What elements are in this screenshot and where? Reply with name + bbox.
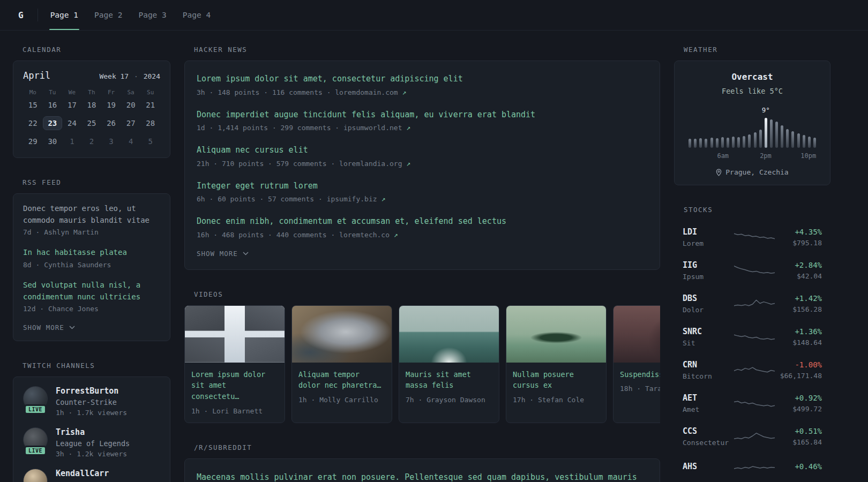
rss-show-more-button[interactable]: SHOW MORE (23, 323, 75, 332)
video-card[interactable]: Mauris sit amet massa felis 7h · Grayson… (399, 305, 499, 424)
stock-row[interactable]: AET Amet +0.92% $499.72 (683, 387, 822, 420)
weather-bar (694, 139, 697, 148)
external-link-icon[interactable]: ↗ (406, 160, 410, 168)
separator-dot: · (133, 72, 139, 80)
external-link-icon[interactable]: ↗ (402, 88, 407, 96)
stock-symbol: CRN (683, 360, 734, 370)
video-card[interactable]: Aliquam tempor dolor nec pharetra… 1h · … (291, 305, 392, 424)
hn-item-meta: 3h · 148 points · 116 comments · loremdo… (197, 88, 648, 96)
video-title[interactable]: Lorem ipsum dolor sit amet consectetu… (191, 369, 278, 403)
show-more-label: SHOW MORE (197, 250, 238, 258)
page-tab[interactable]: Page 3 (130, 0, 174, 30)
page-tab[interactable]: Page 1 (42, 0, 86, 30)
hn-item-title[interactable]: Integer eget rutrum lorem (197, 181, 318, 191)
external-link-icon[interactable]: ↗ (381, 195, 385, 203)
page-tab[interactable]: Page 2 (86, 0, 130, 30)
stock-sparkline (734, 262, 775, 278)
calendar-day: 22 (23, 116, 43, 130)
right-column: WEATHER Overcast Feels like 5°C 9° 6am2p… (674, 46, 830, 482)
hn-item-title[interactable]: Donec imperdiet augue tincidunt felis al… (197, 110, 535, 119)
external-link-icon[interactable]: ↗ (394, 231, 398, 239)
calendar-day: 16 (43, 98, 63, 112)
stock-values: -1.00% $66,171.48 (775, 360, 822, 380)
page-tabs: Page 1 Page 2 Page 3 Page 4 (42, 0, 219, 30)
stock-row[interactable]: SNRC Sit +1.36% $148.64 (683, 320, 822, 353)
stock-row[interactable]: LDI Lorem +4.35% $795.18 (683, 221, 822, 254)
stock-sparkline (734, 395, 775, 411)
hn-item-meta: 21h · 710 points · 579 comments · loreml… (197, 160, 648, 168)
stock-id: AET Amet (683, 393, 734, 413)
channel-game[interactable]: League of Legends (56, 439, 130, 448)
twitch-channel[interactable]: LIVE ForrestBurton Counter-Strike 1h · 1… (23, 386, 160, 417)
weather-bar (754, 132, 757, 148)
stock-change: -1.00% (775, 360, 822, 369)
app-logo[interactable]: G (13, 0, 33, 30)
stock-row[interactable]: IIG Ipsum +2.84% $42.04 (683, 254, 822, 287)
video-title[interactable]: Mauris sit amet massa felis (406, 369, 492, 391)
hn-item-title[interactable]: Lorem ipsum dolor sit amet, consectetur … (197, 74, 463, 84)
video-title[interactable]: Suspendisse diam (620, 369, 660, 380)
section-header-calendar: CALENDAR (23, 46, 170, 54)
hn-item-list: Lorem ipsum dolor sit amet, consectetur … (197, 73, 648, 239)
hackernews-card: Lorem ipsum dolor sit amet, consectetur … (184, 61, 660, 270)
stock-change: +0.46% (775, 462, 822, 471)
calendar-day: 15 (23, 98, 43, 112)
stock-symbol: IIG (683, 260, 734, 270)
stock-values: +0.51% $165.84 (775, 427, 822, 446)
section-header-weather: WEATHER (684, 46, 830, 54)
chevron-down-icon (243, 252, 249, 255)
weather-time-label: 2pm (760, 152, 772, 160)
rss-item-title[interactable]: Sed volutpat nulla nisl, a condimentum n… (23, 280, 160, 303)
twitch-channel[interactable]: LIVE KendallCarr (23, 469, 160, 482)
weather-bar (721, 137, 724, 148)
channel-name[interactable]: Trisha (56, 427, 130, 437)
hn-item-title[interactable]: Aliquam nec cursus elit (197, 145, 308, 155)
stock-row[interactable]: CRN Bitcorn -1.00% $66,171.48 (683, 353, 822, 387)
page-tab[interactable]: Page 4 (175, 0, 219, 30)
rss-item-title[interactable]: Donec tempor eros leo, ut commodo mauris… (23, 203, 160, 226)
stock-change: +1.42% (775, 294, 822, 303)
channel-name[interactable]: KendallCarr (56, 469, 109, 478)
weather-bar (710, 138, 713, 148)
rss-item-meta: 8d · Cynthia Saunders (23, 261, 160, 269)
stock-row[interactable]: CCS Consectetur +0.51% $165.84 (683, 420, 822, 453)
calendar-day: 23 (43, 116, 63, 130)
video-thumbnail (185, 306, 285, 363)
channel-meta: 3h · 1.2k viewers (56, 450, 130, 458)
stock-id: LDI Lorem (683, 227, 734, 247)
weather-bar (797, 133, 800, 148)
twitch-channel[interactable]: LIVE Trisha League of Legends 3h · 1.2k … (23, 427, 160, 458)
weather-condition: Overcast (684, 72, 820, 82)
subreddit-post-title[interactable]: Maecenas mollis pulvinar erat non posuer… (197, 472, 637, 482)
channel-name[interactable]: ForrestBurton (56, 386, 127, 396)
calendar-day: 4 (121, 134, 141, 148)
calendar-dow: Mo (23, 89, 43, 96)
video-title[interactable]: Aliquam tempor dolor nec pharetra… (298, 369, 385, 391)
topbar: G Page 1 Page 2 Page 3 Page 4 (0, 0, 868, 31)
stock-list: LDI Lorem +4.35% $795.18 IIG Ipsum (674, 221, 830, 482)
video-card-body: Mauris sit amet massa felis 7h · Grayson… (399, 363, 499, 412)
video-card[interactable]: Lorem ipsum dolor sit amet consectetu… 1… (184, 305, 285, 424)
hn-item-meta: 16h · 468 points · 440 comments · loremt… (197, 231, 648, 239)
topbar-divider (38, 9, 38, 21)
subreddit-post: Maecenas mollis pulvinar erat non posuer… (197, 471, 648, 482)
stock-name: Bitcorn (683, 372, 734, 380)
stock-row[interactable]: AHS +0.46% (683, 453, 822, 482)
video-thumbnail (292, 306, 392, 363)
hn-item: Donec imperdiet augue tincidunt felis al… (197, 109, 648, 132)
video-card[interactable]: Suspendisse diam 18h · Tara (613, 305, 660, 424)
weather-peak-temp: 9° (762, 106, 770, 114)
calendar-day: 26 (101, 116, 121, 130)
video-card[interactable]: Nullam posuere cursus ex 17h · Stefan Co… (506, 305, 607, 424)
calendar-week: Week 17 (99, 72, 129, 80)
stock-row[interactable]: DBS Dolor +1.42% $156.28 (683, 287, 822, 320)
rss-item-title[interactable]: In hac habitasse platea (23, 247, 160, 259)
channel-game[interactable]: Counter-Strike (56, 398, 127, 406)
hn-item-title[interactable]: Donec enim nibh, condimentum et accumsan… (197, 216, 506, 226)
video-title[interactable]: Nullam posuere cursus ex (513, 369, 600, 391)
calendar-days-grid: 1516171819202122232425262728293012345 (23, 98, 160, 148)
calendar-day: 20 (121, 98, 141, 112)
external-link-icon[interactable]: ↗ (406, 124, 410, 132)
stock-change: +0.92% (775, 394, 822, 402)
hn-show-more-button[interactable]: SHOW MORE (197, 250, 249, 258)
